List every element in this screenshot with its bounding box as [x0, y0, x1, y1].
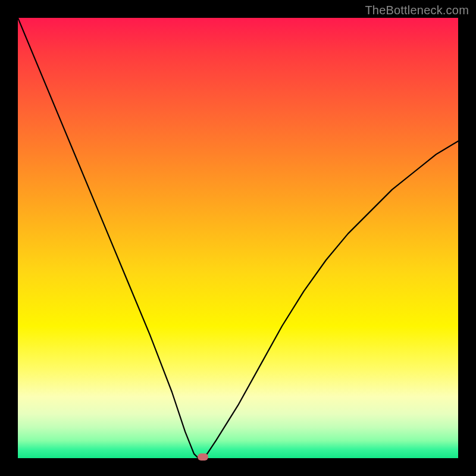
plot-area: [18, 18, 458, 458]
bottleneck-curve: [18, 18, 458, 458]
optimum-marker: [198, 453, 208, 461]
chart-frame: TheBottleneck.com: [0, 0, 476, 476]
watermark-text: TheBottleneck.com: [365, 4, 469, 17]
